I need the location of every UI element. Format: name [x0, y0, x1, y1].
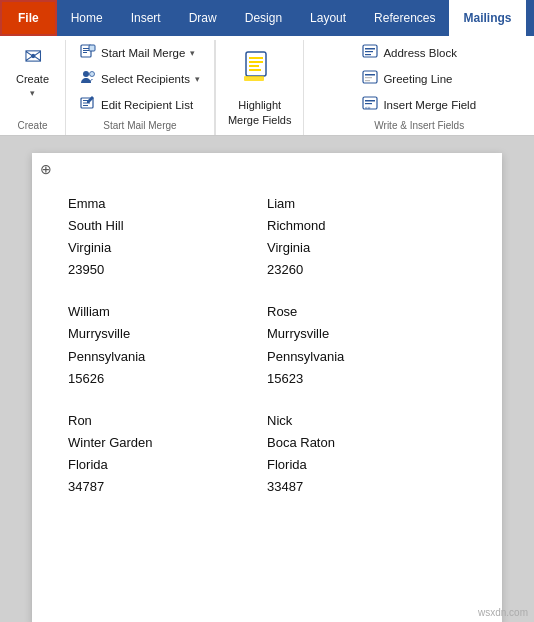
highlight-merge-label: HighlightMerge Fields: [228, 98, 292, 131]
create-group-label: Create: [8, 117, 57, 135]
address-block-icon: [362, 43, 378, 62]
svg-rect-14: [249, 65, 259, 67]
greeting-line-icon: [362, 69, 378, 88]
document-area: ⊕ Emma South Hill Virginia 23950 William…: [0, 137, 534, 622]
ribbon: ✉ Create ▾ Create Start Mail Merge ▾: [0, 36, 534, 136]
insert-merge-field-icon: «»: [362, 95, 378, 114]
contact-emma-zip: 23950: [68, 259, 267, 281]
tab-mailings[interactable]: Mailings: [449, 0, 525, 36]
svg-rect-24: [365, 80, 370, 81]
tab-design[interactable]: Design: [231, 0, 296, 36]
contact-block-liam: Liam Richmond Virginia 23260: [267, 193, 466, 281]
contact-liam-zip: 23260: [267, 259, 466, 281]
contact-ron-city: Winter Garden: [68, 432, 267, 454]
tab-references[interactable]: References: [360, 0, 449, 36]
svg-point-5: [83, 71, 89, 77]
write-insert-group-label: Write & Insert Fields: [312, 117, 526, 135]
start-merge-icon: [80, 43, 96, 62]
move-handle-icon[interactable]: ⊕: [40, 161, 52, 177]
contact-block-nick: Nick Boca Raton Florida 33487: [267, 410, 466, 498]
start-mail-merge-button[interactable]: Start Mail Merge ▾: [74, 40, 206, 65]
svg-rect-12: [249, 57, 263, 59]
contact-rose-name: Rose: [267, 301, 466, 323]
contact-nick-zip: 33487: [267, 476, 466, 498]
greeting-line-button[interactable]: Greeting Line: [356, 66, 482, 91]
svg-rect-23: [365, 77, 372, 78]
svg-rect-10: [83, 105, 88, 106]
svg-rect-3: [83, 52, 87, 53]
create-arrow-icon: ▾: [30, 88, 35, 98]
contact-william-name: William: [68, 301, 267, 323]
ribbon-group-start-mail-merge: Start Mail Merge ▾ Select Recipients ▾: [66, 40, 215, 135]
tab-file[interactable]: File: [0, 0, 57, 36]
start-mail-merge-col: Start Mail Merge ▾ Select Recipients ▾: [74, 40, 206, 117]
contact-ron-name: Ron: [68, 410, 267, 432]
contact-nick-city: Boca Raton: [267, 432, 466, 454]
envelope-icon: ✉: [24, 44, 42, 70]
watermark: wsxdn.com: [478, 607, 528, 618]
svg-rect-11: [246, 52, 266, 76]
edit-recipient-icon: [80, 95, 96, 114]
address-block-button[interactable]: Address Block: [356, 40, 482, 65]
svg-rect-22: [365, 74, 375, 76]
contact-rose-city: Murrysville: [267, 323, 466, 345]
contact-nick-state: Florida: [267, 454, 466, 476]
svg-rect-18: [365, 48, 375, 50]
contact-william-zip: 15626: [68, 368, 267, 390]
start-mail-merge-arrow: ▾: [190, 48, 195, 58]
start-mail-merge-content: Start Mail Merge ▾ Select Recipients ▾: [74, 40, 206, 117]
select-recipients-icon: [80, 69, 96, 88]
svg-rect-4: [89, 45, 95, 51]
svg-rect-1: [83, 48, 89, 49]
ribbon-group-create: ✉ Create ▾ Create: [0, 40, 66, 135]
contact-nick-name: Nick: [267, 410, 466, 432]
svg-point-6: [90, 72, 95, 77]
contact-block-william: William Murrysville Pennsylvania 15626: [68, 301, 267, 389]
contact-rose-zip: 15623: [267, 368, 466, 390]
contact-ron-zip: 34787: [68, 476, 267, 498]
write-insert-content: Address Block Greeting Line «» Insert Me…: [356, 40, 482, 117]
contact-liam-city: Richmond: [267, 215, 466, 237]
select-recipients-button[interactable]: Select Recipients ▾: [74, 66, 206, 91]
insert-merge-field-button[interactable]: «» Insert Merge Field: [356, 92, 482, 117]
right-column: Liam Richmond Virginia 23260 Rose Murrys…: [267, 193, 466, 518]
address-block-label: Address Block: [383, 47, 457, 59]
svg-rect-15: [249, 69, 261, 71]
start-mail-merge-label: Start Mail Merge: [101, 47, 185, 59]
document-page: ⊕ Emma South Hill Virginia 23950 William…: [32, 153, 502, 622]
tab-home[interactable]: Home: [57, 0, 117, 36]
contact-liam-name: Liam: [267, 193, 466, 215]
edit-recipient-list-label: Edit Recipient List: [101, 99, 193, 111]
svg-rect-20: [365, 54, 371, 55]
ribbon-group-write-insert: Address Block Greeting Line «» Insert Me…: [304, 40, 534, 135]
svg-text:«»: «»: [365, 104, 371, 110]
contact-block-ron: Ron Winter Garden Florida 34787: [68, 410, 267, 498]
highlight-icon: [242, 48, 278, 91]
highlight-merge-fields-button[interactable]: HighlightMerge Fields: [215, 40, 305, 135]
svg-rect-2: [83, 50, 89, 51]
svg-rect-19: [365, 51, 373, 52]
insert-merge-field-label: Insert Merge Field: [383, 99, 476, 111]
contact-rose-state: Pennsylvania: [267, 346, 466, 368]
contact-columns: Emma South Hill Virginia 23950 William M…: [68, 193, 466, 518]
contact-william-state: Pennsylvania: [68, 346, 267, 368]
contact-block-rose: Rose Murrysville Pennsylvania 15623: [267, 301, 466, 389]
tab-insert[interactable]: Insert: [117, 0, 175, 36]
select-recipients-arrow: ▾: [195, 74, 200, 84]
create-button[interactable]: ✉ Create ▾: [8, 40, 57, 102]
contact-emma-city: South Hill: [68, 215, 267, 237]
create-group-content: ✉ Create ▾: [8, 40, 57, 117]
tab-layout[interactable]: Layout: [296, 0, 360, 36]
write-insert-col: Address Block Greeting Line «» Insert Me…: [356, 40, 482, 117]
svg-rect-26: [365, 100, 375, 102]
svg-rect-13: [249, 61, 263, 63]
tab-draw[interactable]: Draw: [175, 0, 231, 36]
contact-liam-state: Virginia: [267, 237, 466, 259]
contact-block-emma: Emma South Hill Virginia 23950: [68, 193, 267, 281]
create-label: Create: [16, 73, 49, 85]
contact-william-city: Murrysville: [68, 323, 267, 345]
contact-emma-name: Emma: [68, 193, 267, 215]
tab-bar: File Home Insert Draw Design Layout Refe…: [0, 0, 534, 36]
contact-emma-state: Virginia: [68, 237, 267, 259]
edit-recipient-list-button[interactable]: Edit Recipient List: [74, 92, 206, 117]
